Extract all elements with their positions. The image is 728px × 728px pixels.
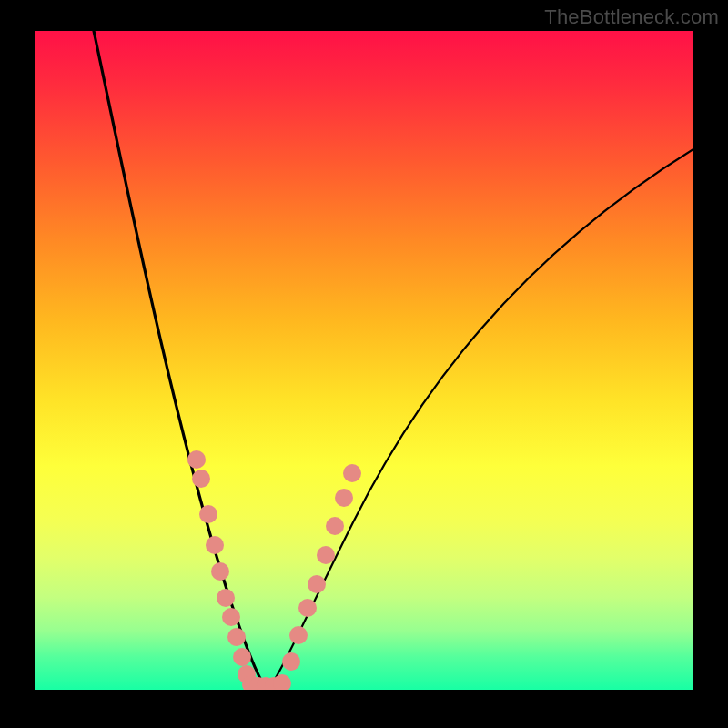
svg-point-3 bbox=[206, 536, 224, 554]
svg-point-0 bbox=[187, 450, 206, 469]
svg-point-7 bbox=[228, 628, 246, 646]
left-curve bbox=[94, 31, 268, 690]
svg-point-16 bbox=[289, 626, 308, 644]
svg-point-15 bbox=[282, 652, 300, 671]
svg-point-6 bbox=[222, 608, 240, 626]
svg-point-2 bbox=[199, 505, 217, 523]
svg-point-4 bbox=[211, 562, 229, 581]
marker-dots bbox=[187, 450, 361, 690]
watermark-label: TheBottleneck.com bbox=[544, 5, 719, 29]
svg-point-21 bbox=[335, 489, 353, 507]
svg-point-1 bbox=[192, 470, 210, 488]
svg-point-8 bbox=[233, 648, 251, 666]
right-curve bbox=[268, 149, 693, 690]
svg-point-17 bbox=[298, 599, 317, 617]
svg-point-22 bbox=[343, 464, 361, 482]
curve-layer bbox=[35, 31, 693, 690]
plot-area bbox=[35, 31, 693, 690]
svg-point-20 bbox=[326, 517, 344, 535]
chart-frame: TheBottleneck.com bbox=[0, 0, 728, 728]
svg-point-18 bbox=[308, 575, 326, 593]
svg-point-19 bbox=[317, 546, 335, 564]
svg-point-5 bbox=[217, 589, 235, 607]
